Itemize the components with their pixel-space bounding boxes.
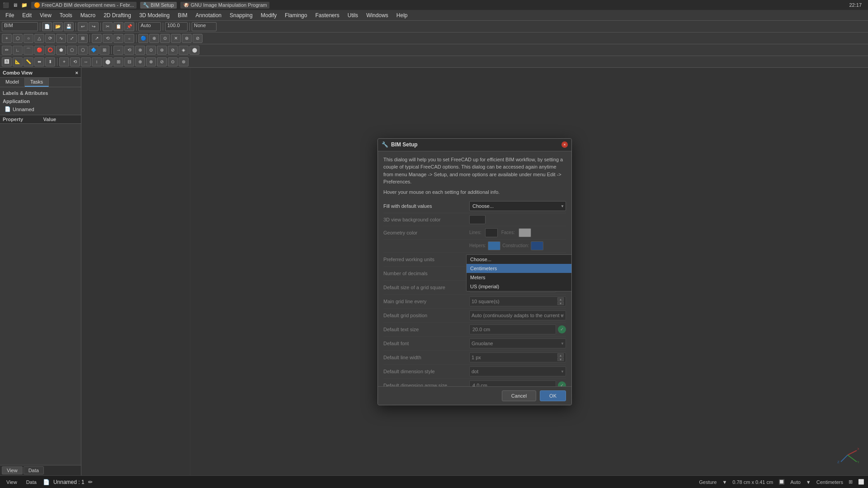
tb4-btn5[interactable]: ⬍ bbox=[45, 57, 55, 66]
tb2-snap6[interactable]: ⊘ bbox=[193, 34, 203, 43]
tb2-btn4[interactable]: △ bbox=[34, 34, 44, 43]
menu-edit[interactable]: Edit bbox=[19, 11, 35, 19]
tb2-btn2[interactable]: ⬡ bbox=[13, 34, 23, 43]
desktop-icon[interactable]: ⬛ bbox=[3, 2, 9, 8]
menu-annotation[interactable]: Annotation bbox=[192, 11, 225, 19]
menu-help[interactable]: Help bbox=[393, 11, 411, 19]
menu-tools[interactable]: Tools bbox=[56, 11, 76, 19]
tb2-snap3[interactable]: ⊙ bbox=[160, 34, 170, 43]
tb3-btn12[interactable]: ⟲ bbox=[124, 46, 134, 55]
copy-btn[interactable]: 📋 bbox=[113, 22, 123, 31]
menu-flamingo[interactable]: Flamingo bbox=[281, 11, 311, 19]
viewport-3d[interactable]: X Y Z 🔧 BIM Setup × This dialog will hel… bbox=[81, 68, 868, 475]
tb4-btn9[interactable]: ↕ bbox=[92, 57, 102, 66]
cut-btn[interactable]: ✂ bbox=[103, 22, 113, 31]
menu-3d-modeling[interactable]: 3D Modeling bbox=[136, 11, 173, 19]
tb3-btn13[interactable]: ⊕ bbox=[135, 46, 145, 55]
construction-color-swatch[interactable] bbox=[531, 241, 543, 250]
gimp-taskbar-btn[interactable]: 🐶 GNU Image Manipulation Program bbox=[180, 2, 270, 9]
ok-button[interactable]: OK bbox=[540, 390, 566, 401]
data-tab[interactable]: Data bbox=[24, 466, 44, 474]
tb4-btn12[interactable]: ⊟ bbox=[124, 57, 134, 66]
none-selector[interactable]: None bbox=[192, 22, 217, 31]
tb3-btn18[interactable]: ⬤ bbox=[189, 46, 199, 55]
menu-view[interactable]: View bbox=[36, 11, 55, 19]
tb2-btn3[interactable]: ○ bbox=[24, 34, 33, 43]
tb2-btn8[interactable]: ⊞ bbox=[78, 34, 88, 43]
tb3-btn6[interactable]: ⬟ bbox=[56, 46, 66, 55]
font-select[interactable]: Gnuolane Arial bbox=[469, 338, 566, 348]
units-option-choose[interactable]: Choose... bbox=[467, 255, 571, 264]
freecad-taskbar-btn[interactable]: 🟠 FreeCAD BIM development news - Febr... bbox=[31, 2, 137, 9]
data-tab-status[interactable]: Data bbox=[24, 479, 39, 486]
tb4-btn10[interactable]: ⬤ bbox=[103, 57, 113, 66]
tb2-btn7[interactable]: ⤢ bbox=[67, 34, 77, 43]
tb4-btn17[interactable]: ⊛ bbox=[179, 57, 189, 66]
tab-tasks[interactable]: Tasks bbox=[25, 78, 49, 87]
terminal-icon[interactable]: 🖥 bbox=[13, 2, 18, 8]
menu-snapping[interactable]: Snapping bbox=[226, 11, 256, 19]
tb3-btn16[interactable]: ⊘ bbox=[168, 46, 178, 55]
tb2-snap5[interactable]: ⊛ bbox=[182, 34, 192, 43]
helpers-color-swatch[interactable] bbox=[488, 241, 500, 250]
menu-macro[interactable]: Macro bbox=[77, 11, 99, 19]
undo-btn[interactable]: ↩ bbox=[78, 22, 88, 31]
menu-fasteners[interactable]: Fasteners bbox=[311, 11, 343, 19]
arrow-size-input[interactable] bbox=[469, 380, 556, 386]
tb4-btn6[interactable]: + bbox=[59, 57, 69, 66]
tb4-btn14[interactable]: ⊗ bbox=[146, 57, 156, 66]
tb4-btn8[interactable]: ↔ bbox=[81, 57, 91, 66]
faces-color-swatch[interactable] bbox=[519, 228, 531, 237]
tb4-btn15[interactable]: ⊘ bbox=[157, 57, 167, 66]
text-size-input[interactable] bbox=[469, 324, 556, 334]
line-width-up[interactable]: ▲ bbox=[557, 353, 564, 357]
units-option-centimeters[interactable]: Centimeters bbox=[467, 264, 571, 273]
tb3-btn10[interactable]: ⊞ bbox=[99, 46, 109, 55]
view-mode[interactable]: Auto bbox=[138, 22, 161, 31]
paste-btn[interactable]: 📌 bbox=[124, 22, 134, 31]
tb4-btn13[interactable]: ⊕ bbox=[135, 57, 145, 66]
bg-color-swatch[interactable] bbox=[469, 215, 486, 224]
tb2-btn6[interactable]: ∿ bbox=[56, 34, 66, 43]
menu-file[interactable]: File bbox=[2, 11, 18, 19]
menu-bim[interactable]: BIM bbox=[174, 11, 191, 19]
grid-position-select[interactable]: Auto (continuously adapts to the current… bbox=[469, 310, 566, 320]
files-icon[interactable]: 📁 bbox=[21, 2, 28, 8]
units-option-meters[interactable]: Meters bbox=[467, 273, 571, 282]
tb2-btn12[interactable]: ⬦ bbox=[124, 34, 134, 43]
dimension-style-select[interactable]: dot arrow bbox=[469, 366, 566, 376]
zoom-level[interactable]: 100.0 bbox=[165, 22, 188, 31]
tb2-snap2[interactable]: ⊕ bbox=[149, 34, 159, 43]
save-btn[interactable]: 💾 bbox=[64, 22, 74, 31]
tb3-btn14[interactable]: ⊙ bbox=[146, 46, 156, 55]
tb2-snap1[interactable]: 🔵 bbox=[138, 34, 148, 43]
new-btn[interactable]: 📄 bbox=[42, 22, 52, 31]
lines-color-swatch[interactable] bbox=[485, 228, 498, 237]
tab-model[interactable]: Model bbox=[0, 78, 25, 87]
cancel-button[interactable]: Cancel bbox=[502, 390, 536, 401]
tb2-btn1[interactable]: + bbox=[2, 34, 12, 43]
tb3-btn5[interactable]: ⭕ bbox=[45, 46, 55, 55]
tb2-btn9[interactable]: ↗ bbox=[92, 34, 102, 43]
tb4-btn11[interactable]: ⊞ bbox=[113, 57, 123, 66]
view-tab-status[interactable]: View bbox=[4, 479, 20, 486]
auto-dropdown-icon[interactable]: ▼ bbox=[806, 479, 811, 485]
redo-btn[interactable]: ↪ bbox=[89, 22, 99, 31]
tb2-btn5[interactable]: ⟳ bbox=[45, 34, 55, 43]
tb3-btn4[interactable]: 🔴 bbox=[34, 46, 44, 55]
tb3-btn11[interactable]: → bbox=[113, 46, 123, 55]
combo-view-close[interactable]: × bbox=[75, 70, 78, 75]
tb4-btn3[interactable]: 📏 bbox=[24, 57, 33, 66]
unnamed-item[interactable]: 📄 Unnamed bbox=[3, 105, 78, 113]
bim-setup-taskbar-btn[interactable]: 🔧 BIM Setup bbox=[140, 2, 176, 9]
menu-2d-drafting[interactable]: 2D Drafting bbox=[100, 11, 135, 19]
main-grid-down[interactable]: ▼ bbox=[557, 301, 564, 305]
tb3-btn17[interactable]: ◈ bbox=[179, 46, 189, 55]
units-option-us-imperial[interactable]: US (imperial) bbox=[467, 282, 571, 291]
dialog-close-btn[interactable]: × bbox=[561, 141, 568, 148]
line-width-down[interactable]: ▼ bbox=[557, 357, 564, 361]
menu-modify[interactable]: Modify bbox=[257, 11, 280, 19]
tb3-btn8[interactable]: ⬡ bbox=[78, 46, 88, 55]
tb3-btn15[interactable]: ⊛ bbox=[157, 46, 167, 55]
tb3-btn2[interactable]: ∟ bbox=[13, 46, 23, 55]
